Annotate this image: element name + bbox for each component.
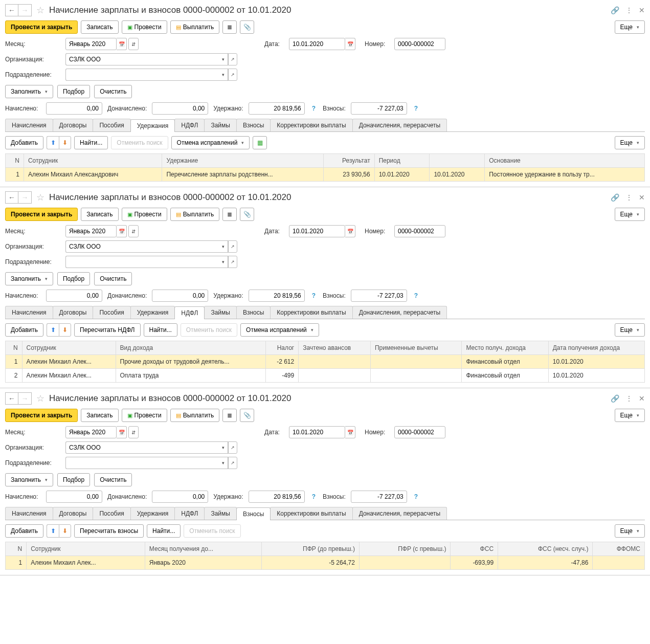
tab-Пособия[interactable]: Пособия [93,119,130,131]
col-header[interactable]: Удержание [162,154,323,168]
date-input[interactable] [289,38,345,50]
more-button[interactable]: Еще [615,136,645,149]
help-icon[interactable]: ? [412,292,420,299]
tab-Договоры[interactable]: Договоры [53,119,94,131]
dropdown-icon[interactable]: ▾ [219,457,228,469]
find-button[interactable]: Найти... [144,323,177,337]
kebab-menu-icon[interactable]: ⋮ [625,6,633,14]
number-input[interactable] [394,426,445,438]
cancel-search-button[interactable]: Отменить поиск [111,136,168,149]
post-button[interactable]: ▣Провести [122,20,167,34]
move-down-button[interactable]: ⬇ [59,323,71,337]
col-header[interactable]: Место получ. дохода [462,341,548,355]
col-header[interactable]: Сотрудник [24,154,162,168]
col-header[interactable] [430,154,485,168]
date-input[interactable] [289,225,345,237]
close-icon[interactable]: ✕ [639,6,645,14]
close-icon[interactable]: ✕ [639,193,645,202]
report-button[interactable]: ≣ [222,208,237,221]
col-header[interactable]: Основание [485,154,645,168]
col-header[interactable]: N [6,341,23,355]
dept-input[interactable] [65,69,219,81]
contrib-value[interactable] [351,491,407,503]
withheld-value[interactable] [249,290,305,302]
open-ref-icon[interactable]: ↗ [228,69,237,81]
find-button[interactable]: Найти... [74,136,108,149]
show-details-button[interactable]: ▦ [253,136,267,149]
calendar-icon[interactable]: 📅 [345,225,355,237]
tab-Пособия[interactable]: Пособия [93,306,130,319]
tab-НДФЛ[interactable]: НДФЛ [174,507,205,520]
col-header[interactable]: N [6,542,27,556]
favorite-star-icon[interactable]: ☆ [35,192,46,203]
open-ref-icon[interactable]: ↗ [228,457,237,469]
month-stepper[interactable]: ⇵ [128,426,139,438]
table-row[interactable]: 2Алехин Михаил Алек...Оплата труда-499Фи… [6,369,645,383]
col-header[interactable]: Результат [323,154,374,168]
favorite-star-icon[interactable]: ☆ [35,393,46,404]
open-ref-icon[interactable]: ↗ [228,53,237,65]
col-header[interactable]: N [6,154,24,168]
contrib-value[interactable] [351,290,407,302]
table-row[interactable]: 1Алехин Михаил АлександровичПеречисление… [6,168,645,182]
tab-Доначисления, перерасчеты[interactable]: Доначисления, перерасчеты [352,119,447,131]
post-and-close-button[interactable]: Провести и закрыть [5,409,78,422]
help-icon[interactable]: ? [412,105,420,112]
save-button[interactable]: Записать [81,208,118,221]
nav-forward-button[interactable]: → [18,191,32,204]
post-and-close-button[interactable]: Провести и закрыть [5,208,78,221]
recalc-ndfl-button[interactable]: Пересчитать НДФЛ [74,323,140,337]
pick-button[interactable]: Подбор [57,272,90,285]
calendar-icon[interactable]: 📅 [117,38,127,50]
col-header[interactable]: Налог [265,341,299,355]
table-row[interactable]: 1Алехин Михаил Алек...Январь 2020-5 264,… [6,556,645,570]
pick-button[interactable]: Подбор [57,85,90,98]
dept-input[interactable] [65,457,219,469]
col-header[interactable]: ФФОМС [593,542,645,556]
calendar-icon[interactable]: 📅 [345,38,355,50]
pay-button[interactable]: ▤Выплатить [170,409,220,422]
number-input[interactable] [394,225,445,237]
col-header[interactable]: Примененные вычеты [370,341,462,355]
calendar-icon[interactable]: 📅 [117,225,127,237]
cancel-search-button[interactable]: Отменить поиск [181,323,237,337]
date-input[interactable] [289,426,345,438]
col-header[interactable]: Период [374,154,430,168]
dropdown-icon[interactable]: ▾ [219,256,228,268]
tab-Договоры[interactable]: Договоры [53,306,94,319]
more-button[interactable]: Еще [615,208,645,221]
tab-Взносы[interactable]: Взносы [236,119,271,131]
tab-Пособия[interactable]: Пособия [93,507,130,520]
dropdown-icon[interactable]: ▾ [219,69,228,81]
tab-Корректировки выплаты[interactable]: Корректировки выплаты [270,119,352,131]
withheld-value[interactable] [249,491,305,503]
accrued-value[interactable] [46,491,102,503]
tab-Взносы[interactable]: Взносы [236,507,271,520]
report-button[interactable]: ≣ [222,20,237,34]
move-down-button[interactable]: ⬇ [59,524,71,538]
calendar-icon[interactable]: 📅 [117,426,127,438]
extra-value[interactable] [152,290,208,302]
link-icon[interactable]: 🔗 [611,6,619,14]
move-up-button[interactable]: ⬆ [47,323,59,337]
org-input[interactable] [65,441,219,454]
more-button[interactable]: Еще [615,524,645,538]
report-button[interactable]: ≣ [222,409,237,422]
help-icon[interactable]: ? [310,493,318,500]
tab-Займы[interactable]: Займы [204,507,237,520]
tab-Договоры[interactable]: Договоры [53,507,94,520]
dropdown-icon[interactable]: ▾ [219,441,228,454]
kebab-menu-icon[interactable]: ⋮ [625,193,633,202]
close-icon[interactable]: ✕ [639,394,645,403]
pay-button[interactable]: ▤Выплатить [170,208,220,221]
link-icon[interactable]: 🔗 [611,193,619,202]
favorite-star-icon[interactable]: ☆ [35,5,46,16]
tab-Займы[interactable]: Займы [204,306,237,319]
accrued-value[interactable] [46,290,102,302]
col-header[interactable]: ПФР (с превыш.) [359,542,451,556]
open-ref-icon[interactable]: ↗ [228,441,237,454]
withheld-value[interactable] [249,102,305,115]
help-icon[interactable]: ? [310,105,318,112]
save-button[interactable]: Записать [81,20,118,34]
add-button[interactable]: Добавить [5,136,43,149]
